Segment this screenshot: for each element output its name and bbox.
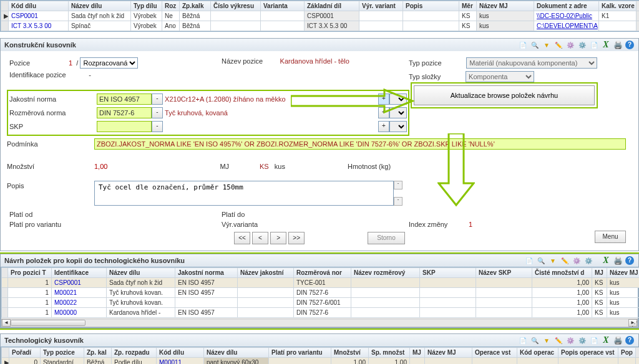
index-zmeny-label: Index změny [409,221,447,228]
arrow-right-icon [291,89,416,113]
excel-icon[interactable] [601,256,611,266]
table-row[interactable]: 1M00022Tyč kruhová kovan.DIN 7527-6/0011… [2,298,640,308]
minus-button[interactable]: - [152,93,163,105]
col-nazev-dilu[interactable]: Název dílu [69,1,131,11]
scroll-down-icon[interactable]: ˇ [394,197,402,206]
col-typ-dilu[interactable]: Typ dílu [131,1,162,11]
menu-button[interactable]: Menu [595,231,626,243]
row-cursor-icon: ▶ [2,358,9,365]
table-row[interactable]: ICT 3.X 5.3 00 Spínač Výrobek Ano Běžná … [1,21,640,31]
page2-icon[interactable] [589,335,599,345]
typ-slozky-label: Typ složky [409,73,441,80]
help-icon[interactable] [625,256,635,266]
search-icon[interactable] [536,256,546,266]
page-icon[interactable] [518,335,528,345]
vyr-varianta-label: Výr.varianta [222,221,258,228]
storno-button[interactable]: Storno [368,232,405,244]
top-grid-header-row: Kód dílu Název dílu Typ dílu Roz Zp.kalk… [1,1,640,11]
minus-button[interactable]: - [152,121,163,132]
col-mer[interactable]: Měr [459,1,477,11]
mj-code: KS [260,163,269,170]
page2-icon[interactable] [589,40,599,50]
brush-icon[interactable] [554,40,563,50]
typ-slozky-select[interactable]: Komponenta [466,71,534,82]
table-row[interactable]: ▶ 0 Standardní Běžná Podle dílu M00011 p… [2,358,640,365]
panel-konstrukcni: Konstrukční kusovník Pozice 1 / Rozpraco… [0,38,639,251]
print-icon[interactable] [613,335,623,345]
page-icon[interactable] [518,40,528,50]
plus-button[interactable]: + [378,121,389,132]
mj-label: MJ [220,163,229,170]
typ-pozice-select[interactable]: Materiál (nakupovaná komponenta) [466,57,597,69]
jakost-code[interactable]: EN ISO 4957 [97,93,152,105]
gear-add-icon[interactable] [565,335,575,345]
rozmer-code[interactable]: DIN 7527-6 [97,107,152,118]
filter-icon[interactable] [542,335,552,345]
excel-icon[interactable] [601,40,611,50]
help-icon[interactable] [625,40,635,50]
skp-combo[interactable] [389,121,407,132]
nav-last-button[interactable]: >> [288,232,305,244]
help-icon[interactable] [625,335,635,345]
print-icon[interactable] [613,256,623,266]
skp-input[interactable] [97,121,152,132]
col-zpkalk[interactable]: Zp.kalk [180,1,211,11]
nav-prev-button[interactable]: < [252,232,268,244]
brush-icon[interactable] [560,256,570,266]
col-dokument[interactable]: Dokument z adre [534,1,599,11]
tech-header-row: Pořadí Typ pozice Zp. kal Zp. rozpadu Kó… [2,348,640,358]
filter-icon[interactable] [548,256,558,266]
svg-marker-0 [291,90,412,112]
filter-icon[interactable] [542,40,552,50]
gear-icon[interactable] [577,40,587,50]
podminka-value[interactable]: ZBOZI.JAKOST_NORMA LIKE 'EN ISO 4957%' O… [94,138,626,150]
col-kalk-vzore[interactable]: Kalk. vzore [599,1,637,11]
page-icon[interactable] [524,256,534,266]
table-row[interactable]: 1M00000Kardanova hřídel -EN ISO 4957DIN … [2,308,640,318]
excel-icon[interactable] [601,335,611,345]
print-icon[interactable] [613,40,623,50]
table-row[interactable]: 1CSP0001Sada čtyř noh k židEN ISO 4957TY… [2,278,640,288]
col-nazev-mj[interactable]: Název MJ [477,1,534,11]
col-popis[interactable]: Popis [403,1,459,11]
brush-icon[interactable] [554,335,563,345]
search-icon[interactable] [530,40,540,50]
resize-handle-icon[interactable]: ⋰ [632,320,638,327]
popis-textarea[interactable] [94,181,394,206]
scroll-up-icon[interactable]: ˆ [394,181,402,189]
minus-button[interactable]: - [152,107,163,118]
nav-first-button[interactable]: << [234,232,250,244]
gear-add-icon[interactable] [572,256,582,266]
col-roz[interactable]: Roz [162,1,180,11]
scroll-left-icon[interactable]: ◄ [2,319,11,327]
nav-next-button[interactable]: > [270,232,286,244]
scroll-up-icon[interactable]: ˆ [636,348,640,358]
update-browse-button[interactable]: Aktualizace browse položek návrhu [414,85,595,105]
panel-title: Konstrukční kusovník [4,41,518,49]
index-value: 1 [469,221,472,228]
panel-title: Technologický kusovník [4,337,518,344]
gear-add-icon[interactable] [565,40,575,50]
scroll-down-icon[interactable]: ˇ [637,21,640,31]
top-grid: Kód dílu Název dílu Typ dílu Roz Zp.kalk… [0,0,639,32]
mnozstvi-value: 1,00 [94,163,107,170]
col-vyr-variant[interactable]: Výr. variant [359,1,403,11]
scroll-thumb[interactable] [11,320,85,326]
col-varianta[interactable]: Varianta [261,1,305,11]
scroll-up-icon[interactable] [637,11,640,21]
col-cislo-vykresu[interactable]: Číslo výkresu [211,1,261,11]
popis-label: Popis [7,181,94,191]
mnozstvi-label: Množství [7,161,94,171]
hscroll[interactable]: ◄ ► ⋰ [1,318,638,327]
stav-select[interactable]: Rozpracovaná [80,57,138,69]
document-link[interactable]: \\DC-ESO-02\Public [534,11,599,21]
search-icon[interactable] [530,335,540,345]
col-kod-dilu[interactable]: Kód dílu [9,1,69,11]
gear-icon[interactable] [577,335,587,345]
col-zakladni-dil[interactable]: Základní díl [305,1,359,11]
table-row[interactable]: ▶ CSP0001 Sada čtyř noh k žid Výrobek Ne… [1,11,640,21]
table-row[interactable]: 1M00021Tyč kruhová kovan.EN ISO 4957DIN … [2,288,640,298]
navrh-header-row: Pro pozici T Identifikace Název dílu Jak… [2,268,640,278]
gear-icon[interactable] [583,256,593,266]
document-link[interactable]: C:\DEVELOPMENT\A [534,21,599,31]
